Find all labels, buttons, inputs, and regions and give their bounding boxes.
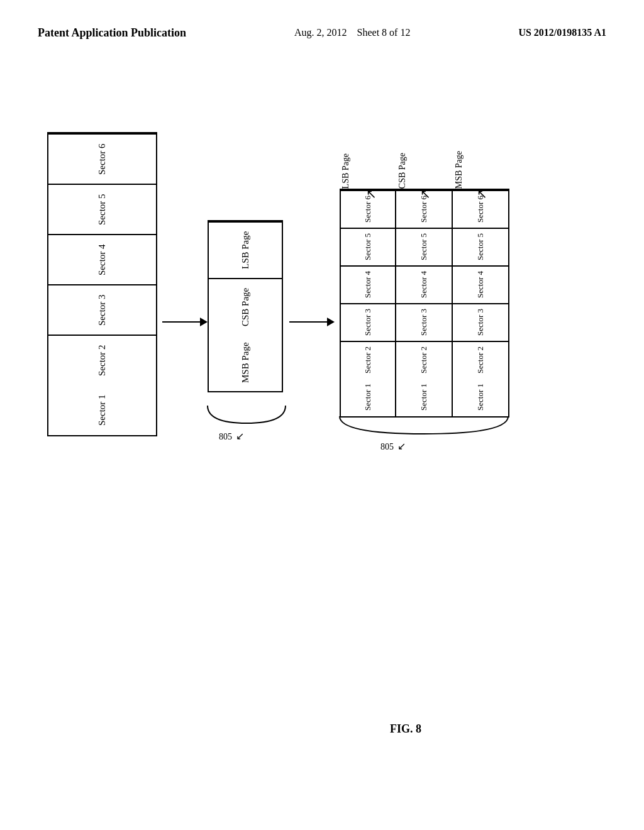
middle-table-row: MSB Page <box>209 335 282 391</box>
right-brace-arrow-icon: ↙ <box>397 441 406 451</box>
right-table-row: Sector 5 <box>396 228 452 265</box>
middle-brace-number: 805 <box>219 432 232 441</box>
arrow-left-to-middle <box>162 318 208 326</box>
right-table-row: Sector 3 <box>453 303 508 341</box>
brace-svg-middle <box>206 404 287 429</box>
arrow-line-1 <box>162 321 200 323</box>
left-table-row: Sector 2 <box>48 335 156 385</box>
csb-label-group: CSB Page <box>397 132 408 189</box>
lsb-page-label-container: LSB Page <box>341 132 351 189</box>
arrow-head-2 <box>327 318 335 326</box>
page-header: Patent Application Publication Aug. 2, 2… <box>0 0 644 53</box>
sheet-info: Sheet 8 of 12 <box>357 27 411 38</box>
csb-page-label-container: CSB Page <box>397 132 408 189</box>
right-table-row: Sector 1 <box>453 379 508 416</box>
middle-brace-arrow-icon: ↙ <box>236 431 244 441</box>
right-table-row: Sector 6 <box>453 190 508 228</box>
lsb-sector-table: Sector 6Sector 5Sector 4Sector 3Sector 2… <box>340 189 396 418</box>
right-table-group: Sector 6Sector 5Sector 4Sector 3Sector 2… <box>340 189 509 418</box>
right-table-row: Sector 4 <box>341 265 395 303</box>
middle-table-row: CSB Page <box>209 278 282 335</box>
right-table-row: Sector 4 <box>453 265 508 303</box>
right-table-row: Sector 3 <box>396 303 452 341</box>
arrow-line-2 <box>289 321 327 323</box>
right-brace-label: 805 ↙ <box>380 440 406 452</box>
publication-date: Aug. 2, 2012 <box>294 27 347 38</box>
publication-info: Aug. 2, 2012 Sheet 8 of 12 <box>294 25 410 40</box>
middle-brace <box>206 404 287 432</box>
arrow-middle-to-right <box>289 318 335 326</box>
msb-label-group: MSB Page <box>454 132 464 189</box>
right-table-row: Sector 6 <box>341 190 395 228</box>
right-table-row: Sector 5 <box>341 228 395 265</box>
left-table-row: Sector 4 <box>48 234 156 284</box>
msb-sector-table: Sector 6Sector 5Sector 4Sector 3Sector 2… <box>453 189 509 418</box>
csb-page-label: CSB Page <box>397 153 408 189</box>
left-table-row: Sector 6 <box>48 133 156 184</box>
left-table-row: Sector 1 <box>48 385 156 435</box>
right-table-row: Sector 5 <box>453 228 508 265</box>
csb-sector-table: Sector 6Sector 5Sector 4Sector 3Sector 2… <box>396 189 453 418</box>
right-brace <box>338 415 509 443</box>
right-table-row: Sector 1 <box>341 379 395 416</box>
left-sector-table: Sector 6Sector 5Sector 4Sector 3Sector 2… <box>47 132 157 436</box>
publication-number: US 2012/0198135 A1 <box>518 25 606 40</box>
msb-page-label: MSB Page <box>454 151 464 189</box>
left-table-row: Sector 3 <box>48 284 156 335</box>
right-table-row: Sector 3 <box>341 303 395 341</box>
right-table-row: Sector 1 <box>396 379 452 416</box>
brace-svg-right <box>338 415 509 440</box>
right-brace-number: 805 <box>380 442 394 451</box>
middle-page-table: LSB PageCSB PageMSB Page <box>208 220 283 392</box>
middle-brace-label: 805 ↙ <box>219 430 244 442</box>
right-table-row: Sector 6 <box>396 190 452 228</box>
diagram-area: Sector 6Sector 5Sector 4Sector 3Sector 2… <box>0 94 644 786</box>
right-table-row: Sector 2 <box>396 341 452 379</box>
publication-title: Patent Application Publication <box>38 25 186 41</box>
lsb-page-label: LSB Page <box>341 153 351 189</box>
figure-label: FIG. 8 <box>390 722 421 736</box>
right-table-row: Sector 2 <box>341 341 395 379</box>
middle-table-row: LSB Page <box>209 221 282 278</box>
right-table-row: Sector 4 <box>396 265 452 303</box>
right-table-row: Sector 2 <box>453 341 508 379</box>
left-table-row: Sector 5 <box>48 184 156 234</box>
lsb-label-group: LSB Page <box>341 132 351 189</box>
msb-page-label-container: MSB Page <box>454 132 464 189</box>
arrow-head-1 <box>200 318 208 326</box>
